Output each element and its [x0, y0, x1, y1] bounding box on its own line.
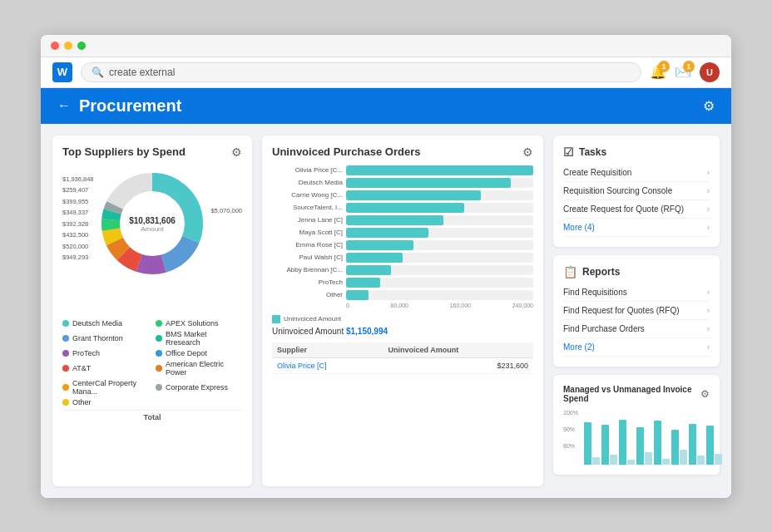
bar-label-8: Abby Brennan [C...	[272, 266, 343, 273]
mini-bar-managed-1	[601, 425, 609, 465]
task-label-2: Create Request for Quote (RFQ)	[563, 204, 684, 214]
legend-label-5: Other	[72, 398, 92, 406]
minimize-dot[interactable]	[64, 42, 72, 50]
uninvoiced-po-actions[interactable]: ⚙	[522, 145, 533, 159]
report-arrow-2: ›	[707, 324, 710, 333]
reports-title-label: Reports	[582, 266, 620, 278]
report-item-2[interactable]: Find Purchase Orders ›	[563, 320, 710, 338]
mini-bar-group-2	[619, 420, 635, 465]
bar-fill-5	[346, 228, 428, 238]
right-panel: ☑ Tasks Create Requisition › Requisition…	[553, 135, 720, 486]
report-label-2: Find Purchase Orders	[563, 324, 645, 333]
donut-label: Amount	[129, 225, 176, 233]
legend-item-6: APEX Solutions	[156, 319, 242, 328]
bar-row-7: Paul Walsh [C]	[272, 253, 533, 263]
donut-center: $10,831,606 Amount	[129, 216, 176, 233]
mini-bar-group-7	[706, 426, 722, 465]
legend-label-7: BMS Market Rresearch	[166, 330, 242, 347]
legend-label-10: Corporate Express	[166, 383, 228, 392]
donut-chart-area: $1,936,848 $259,407 $399,955 $349,337 $3…	[62, 165, 242, 311]
mini-bar-unmanaged-3	[645, 452, 652, 465]
legend-item-9: American Electric Power	[156, 360, 242, 377]
reports-icon: 📋	[563, 265, 577, 278]
managed-actions[interactable]: ⚙	[700, 388, 710, 400]
task-arrow-1: ›	[707, 186, 710, 195]
mini-bar-managed-4	[654, 421, 661, 465]
back-button[interactable]: ←	[57, 98, 71, 113]
x-label-1: 80,000	[391, 303, 408, 308]
bar-track-6	[346, 240, 533, 250]
bar-label-9: ProTech	[272, 278, 343, 286]
task-item-1[interactable]: Requisition Sourcing Console ›	[563, 182, 710, 200]
report-item-more[interactable]: More (2) ›	[563, 338, 710, 357]
uninvoiced-total-value: $1,150,994	[346, 327, 388, 336]
legend-label-1: Grant Thornton	[72, 334, 123, 342]
uninvoiced-legend-square	[272, 315, 280, 323]
settings-icon[interactable]: ⚙	[703, 98, 715, 114]
supplier-amount-0: $231,600	[384, 357, 533, 373]
legend-label-9: American Electric Power	[166, 360, 242, 377]
report-item-0[interactable]: Find Requisitions ›	[563, 283, 710, 302]
legend-dot-5	[62, 399, 69, 406]
mini-bar-managed-5	[671, 430, 679, 465]
mini-bar-managed-7	[706, 426, 714, 465]
messages-icon[interactable]: ✉️ 1	[675, 64, 691, 80]
bar-track-8	[346, 265, 533, 275]
bar-chart-icon[interactable]: ⚙	[522, 145, 533, 159]
tasks-title-label: Tasks	[579, 146, 606, 158]
bar-track-2	[346, 190, 533, 200]
bar-label-5: Maya Scott [C]	[272, 229, 343, 236]
bar-label-1: Deutsch Media	[272, 179, 343, 186]
report-arrow-more: ›	[707, 342, 710, 352]
workday-logo: W	[52, 62, 72, 82]
mini-bar-unmanaged-6	[697, 456, 705, 465]
bar-label-6: Emma Rose [C]	[272, 241, 343, 249]
uninvoiced-legend: Uninvoiced Amount	[272, 315, 533, 323]
mini-bar-unmanaged-1	[610, 455, 617, 465]
legend-dot-1	[62, 335, 69, 342]
legend-dot-8	[156, 350, 162, 357]
bar-row-3: SourceTalent, I...	[272, 203, 533, 213]
top-suppliers-actions[interactable]: ⚙	[231, 145, 242, 159]
bar-label-7: Paul Walsh [C]	[272, 254, 343, 261]
bar-track-3	[346, 203, 533, 213]
user-avatar[interactable]: U	[700, 62, 720, 82]
legend-label-3: AT&T	[72, 364, 91, 372]
legend-dot-10	[156, 384, 162, 391]
uninvoiced-po-title: Uninvoiced Purchase Orders	[272, 145, 420, 158]
close-dot[interactable]	[51, 42, 59, 50]
managed-gear-icon[interactable]: ⚙	[700, 388, 710, 400]
desktop-background: W 🔍 🔔 1 ✉️ 1 U ←	[0, 0, 772, 532]
legend-label-4: CenterCal Property Mana...	[72, 379, 149, 396]
supplier-link-0[interactable]: Olivia Price [C]	[277, 362, 327, 370]
bar-row-1: Deutsch Media	[272, 178, 533, 188]
bar-row-4: Jenna Lane [C]	[272, 215, 533, 225]
mini-bar-group-5	[671, 430, 687, 465]
main-content: Top Suppliers by Spend ⚙ $1,936,848 $259…	[41, 124, 731, 498]
notifications-bell[interactable]: 🔔 1	[650, 64, 666, 80]
donut-legend: Deutsch Media APEX Solutions Grant Thorn…	[62, 319, 242, 406]
task-item-0[interactable]: Create Requisition ›	[563, 164, 710, 182]
y-label-90: 90%	[563, 426, 578, 432]
search-bar[interactable]: 🔍	[81, 62, 641, 82]
mini-bar-group-6	[689, 424, 705, 465]
report-item-1[interactable]: Find Request for Quotes (RFQ) ›	[563, 302, 710, 320]
report-arrow-0: ›	[707, 288, 710, 297]
maximize-dot[interactable]	[77, 42, 86, 50]
task-item-2[interactable]: Create Request for Quote (RFQ) ›	[563, 200, 710, 219]
task-arrow-more: ›	[707, 223, 710, 232]
mini-bar-unmanaged-5	[680, 450, 687, 465]
amount-col-header: Uninvoiced Amount	[384, 342, 533, 358]
bar-chart: Olivia Price [C... Deutsch Media Carrie …	[272, 165, 533, 308]
task-label-1: Requisition Sourcing Console	[563, 186, 672, 195]
uninvoiced-po-card: Uninvoiced Purchase Orders ⚙ Olivia Pric…	[262, 135, 543, 486]
bar-fill-2	[346, 190, 481, 200]
task-item-more[interactable]: More (4) ›	[563, 219, 710, 237]
filter-icon[interactable]: ⚙	[231, 145, 242, 159]
donut-left-labels: $1,936,848 $259,407 $399,955 $349,337 $3…	[62, 174, 94, 264]
mini-bar-group-3	[636, 427, 652, 465]
uninvoiced-po-header: Uninvoiced Purchase Orders ⚙	[272, 145, 533, 159]
search-input[interactable]	[109, 66, 631, 78]
bar-row-8: Abby Brennan [C...	[272, 265, 533, 275]
managed-header: Managed vs Unmanaged Invoice Spend ⚙	[563, 385, 710, 403]
